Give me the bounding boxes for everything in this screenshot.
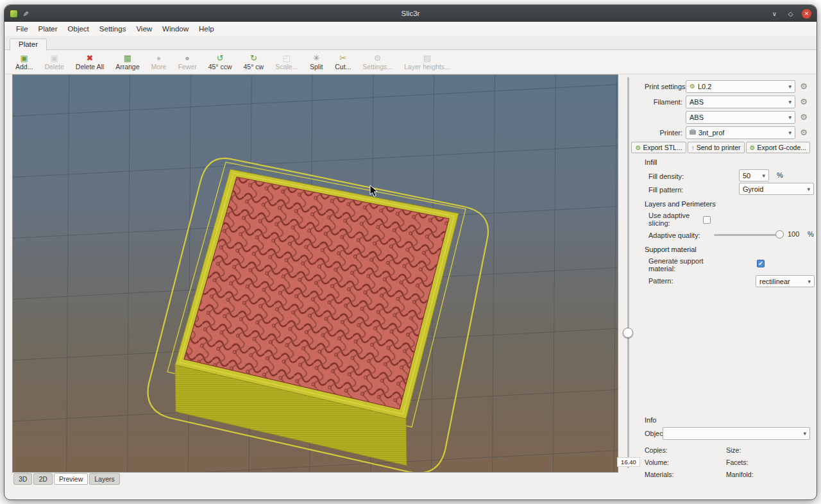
tab-plater[interactable]: Plater xyxy=(10,38,47,51)
mouse-cursor-icon xyxy=(370,185,377,196)
volume-label: Volume: xyxy=(645,458,726,466)
cut-button[interactable]: ✂ Cut... xyxy=(329,53,357,71)
fill-pattern-select[interactable]: Gyroid ▾ xyxy=(739,183,814,195)
menu-settings[interactable]: Settings xyxy=(94,23,131,35)
printer-icon xyxy=(690,130,696,135)
fill-density-unit: % xyxy=(777,171,783,179)
add-button[interactable]: ▣ Add... xyxy=(10,53,38,71)
export-gcode-icon: ⚙ xyxy=(750,144,756,151)
size-label: Size: xyxy=(726,446,810,454)
print-settings-select[interactable]: ⚙ L0.2 ▾ xyxy=(686,80,795,93)
filament-select-1[interactable]: ABS ▾ xyxy=(686,96,795,108)
split-button[interactable]: ✳ Split xyxy=(303,53,329,71)
chevron-down-icon: ▾ xyxy=(808,278,811,285)
filament-select-2[interactable]: ABS ▾ xyxy=(686,111,795,124)
split-icon: ✳ xyxy=(313,53,320,63)
slic3r-window: Slic3r ✎ ∨ ◇ ✕ File Plater Object Settin… xyxy=(4,4,817,500)
view-tab-3d[interactable]: 3D xyxy=(13,473,32,485)
settings-button[interactable]: ⚙ Settings... xyxy=(357,53,398,71)
titlebar[interactable]: Slic3r ✎ ∨ ◇ ✕ xyxy=(4,5,817,22)
shade-button[interactable]: ∨ xyxy=(770,9,779,19)
chevron-down-icon: ▾ xyxy=(788,83,791,90)
more-icon: ● xyxy=(157,53,162,63)
arrange-button[interactable]: ▦ Arrange xyxy=(110,53,145,71)
view-tab-2d[interactable]: 2D xyxy=(33,473,52,485)
fill-density-row: Fill density: 50 ▾ % xyxy=(648,169,810,183)
filament-gear-button-2[interactable]: ⚙ xyxy=(797,111,810,124)
rotate-ccw-icon: ↺ xyxy=(217,53,224,63)
scale-button[interactable]: ◰ Scale... xyxy=(269,53,303,71)
object-select[interactable]: ▾ xyxy=(663,427,810,440)
chevron-down-icon: ▾ xyxy=(803,430,806,437)
menu-file[interactable]: File xyxy=(11,23,33,35)
support-pattern-label: Pattern: xyxy=(648,277,673,285)
fewer-button[interactable]: ● Fewer xyxy=(172,53,202,71)
adaptive-quality-unit: % xyxy=(808,230,814,238)
rotate-cw-icon: ↻ xyxy=(250,53,257,63)
chevron-down-icon: ▾ xyxy=(807,186,810,192)
layer-slider-thumb[interactable] xyxy=(623,328,633,338)
generate-support-label: Generate support material: xyxy=(648,257,720,273)
printer-row: Printer: 3nt_prof ▾ ⚙ xyxy=(645,126,810,139)
rotate-cw-button[interactable]: ↻ 45° cw xyxy=(238,53,270,71)
filament-gear-button-1[interactable]: ⚙ xyxy=(797,96,810,108)
info-grid: Copies: Size: Volume: Facets: Materials:… xyxy=(645,446,810,478)
rotate-ccw-button[interactable]: ↺ 45° ccw xyxy=(203,53,238,71)
menu-view[interactable]: View xyxy=(131,23,157,35)
export-gcode-button[interactable]: ⚙ Export G-code... xyxy=(746,142,810,153)
copies-label: Copies: xyxy=(645,446,726,454)
fill-density-label: Fill density: xyxy=(648,172,684,180)
arrange-icon: ▦ xyxy=(124,53,131,63)
adaptive-quality-row: Adaptive quality: 100 % xyxy=(648,228,810,242)
printer-gear-button[interactable]: ⚙ xyxy=(797,126,810,139)
manifold-label: Manifold: xyxy=(726,471,810,478)
pin-icon[interactable]: ✎ xyxy=(21,10,30,16)
maximize-button[interactable]: ◇ xyxy=(786,9,795,19)
menu-help[interactable]: Help xyxy=(194,23,219,35)
desktop: Slic3r ✎ ∨ ◇ ✕ File Plater Object Settin… xyxy=(0,0,821,504)
printer-select[interactable]: 3nt_prof ▾ xyxy=(686,126,795,139)
support-pattern-row: Pattern: rectilinear ▾ xyxy=(648,274,810,287)
viewport-3d[interactable] xyxy=(12,74,618,473)
cut-icon: ✂ xyxy=(339,53,346,63)
adaptive-slicing-row: Use adaptive slicing: xyxy=(648,211,810,228)
section-title-layers: Layers and Perimeters xyxy=(645,200,810,208)
close-button[interactable]: ✕ xyxy=(802,9,811,19)
generate-support-checkbox[interactable]: ✔ xyxy=(757,260,765,267)
chevron-down-icon: ▾ xyxy=(762,172,765,179)
adaptive-quality-slider-thumb[interactable] xyxy=(775,230,784,239)
more-button[interactable]: ● More xyxy=(146,53,173,71)
menubar: File Plater Object Settings View Window … xyxy=(4,22,817,36)
app-logo-icon xyxy=(10,10,18,18)
send-to-printer-button[interactable]: ↑ Send to printer xyxy=(688,142,745,153)
export-stl-icon: ⚙ xyxy=(635,144,641,151)
view-tabs: 3D 2D Preview Layers xyxy=(13,473,120,485)
layer-slider-track[interactable] xyxy=(627,77,629,468)
view-tab-preview[interactable]: Preview xyxy=(54,473,88,485)
menu-object[interactable]: Object xyxy=(63,23,94,35)
generate-support-row: Generate support material: ✔ xyxy=(648,256,810,274)
support-pattern-select[interactable]: rectilinear ▾ xyxy=(756,275,815,287)
print-settings-gear-button[interactable]: ⚙ xyxy=(797,80,810,93)
menu-window[interactable]: Window xyxy=(157,23,194,35)
layer-heights-button[interactable]: ▤ Layer heights... xyxy=(398,53,456,71)
adaptive-quality-slider[interactable] xyxy=(714,234,781,236)
section-title-support: Support material xyxy=(645,246,810,253)
print-settings-label: Print settings: xyxy=(645,83,686,90)
object-label: Object: xyxy=(645,430,663,437)
adaptive-quality-label: Adaptive quality: xyxy=(648,231,700,239)
adaptive-quality-value: 100 xyxy=(788,230,799,238)
chevron-down-icon: ▾ xyxy=(788,114,791,121)
export-stl-button[interactable]: ⚙ Export STL... xyxy=(631,142,686,153)
delete-button[interactable]: ▣ Delete xyxy=(38,53,69,71)
menu-plater[interactable]: Plater xyxy=(33,23,63,35)
toolbar: ▣ Add... ▣ Delete ✖ Delete All ▦ Arrange… xyxy=(4,50,817,74)
filament-row-1: Filament: ABS ▾ ⚙ xyxy=(645,95,810,108)
fill-density-select[interactable]: 50 ▾ xyxy=(739,169,769,181)
view-tab-layers[interactable]: Layers xyxy=(89,473,120,485)
adaptive-slicing-checkbox[interactable] xyxy=(703,216,711,224)
delete-all-button[interactable]: ✖ Delete All xyxy=(70,53,110,71)
fill-pattern-label: Fill pattern: xyxy=(648,186,683,194)
print-settings-row: Print settings: ⚙ L0.2 ▾ ⚙ xyxy=(645,80,810,93)
delete-all-icon: ✖ xyxy=(87,53,94,63)
